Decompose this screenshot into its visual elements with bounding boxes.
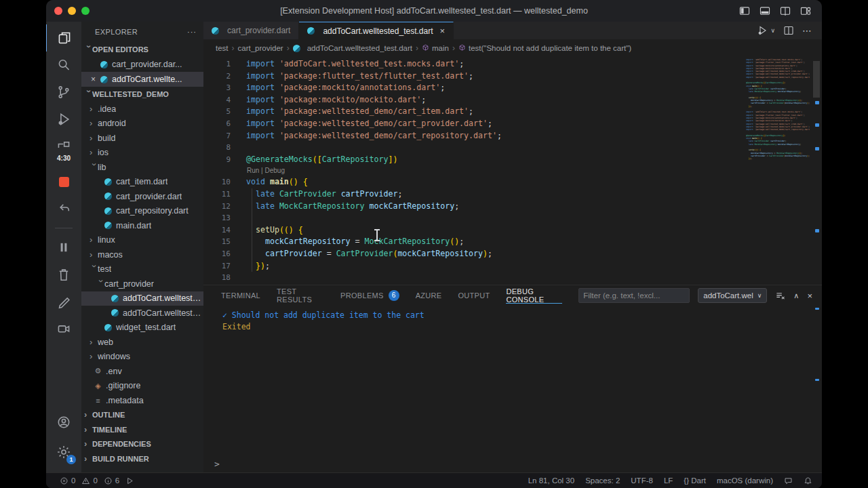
maximize-panel-icon[interactable]: ∧ <box>793 291 799 300</box>
close-panel-icon[interactable]: × <box>807 291 812 301</box>
section-build-runner[interactable]: ›BUILD RUNNER <box>81 451 203 466</box>
code-line[interactable]: 2import 'package:flutter_test/flutter_te… <box>203 70 822 83</box>
status-spaces-2[interactable]: Spaces: 2 <box>585 476 620 485</box>
code-line[interactable]: 8 <box>203 142 822 154</box>
breadcrumb-item[interactable]: cart_provider <box>238 44 283 52</box>
more-actions-icon[interactable]: ⋯ <box>802 25 812 36</box>
feedback-icon[interactable] <box>784 476 793 485</box>
code-line[interactable]: 5import 'package:welltested_demo/cart_it… <box>203 106 822 118</box>
tree-item-android[interactable]: ›android <box>81 117 203 131</box>
code-line[interactable]: cartProvider = CartProvider(mockCartRepo… <box>745 102 810 104</box>
open-editor-item[interactable]: cart_provider.dar... <box>81 57 203 72</box>
status-utf-8[interactable]: UTF-8 <box>631 476 653 485</box>
tree-item-cart-repository-dart[interactable]: cart_repository.dart <box>81 204 203 219</box>
status-infos[interactable]: 6 <box>104 476 119 485</box>
code-line[interactable]: 6import 'package:welltested_demo/cart_pr… <box>203 118 822 130</box>
tree-item-addtocart-wellteste-[interactable]: addToCart.wellteste... <box>81 291 203 306</box>
activity-search[interactable] <box>46 52 81 79</box>
section-dependencies[interactable]: ›DEPENDENCIES <box>81 437 203 452</box>
code-line[interactable]: cartProvider = CartProvider(mockCartRepo… <box>745 155 810 157</box>
code-line[interactable]: 12 late MockCartRepository mockCartRepos… <box>203 201 822 213</box>
tree-item-build[interactable]: ›build <box>81 131 203 146</box>
close-icon[interactable]: × <box>91 75 100 84</box>
code-line[interactable]: 17 }); <box>203 260 822 272</box>
panel-tab-debug-console[interactable]: DEBUG CONSOLE <box>506 285 562 306</box>
panel-tab-azure[interactable]: AZURE <box>416 285 442 306</box>
activity-undo[interactable] <box>46 195 81 222</box>
activity-camera[interactable] <box>46 315 81 342</box>
close-icon[interactable]: × <box>439 26 445 36</box>
open-editors-header[interactable]: › OPEN EDITORS <box>81 42 203 57</box>
tree-item-cart-provider[interactable]: ›cart_provider <box>81 277 203 291</box>
section-outline[interactable]: ›OUTLINE <box>81 408 203 423</box>
code-line[interactable]: import 'package:welltested_demo/cart_rep… <box>745 76 810 79</box>
status-ln-81-col-30[interactable]: Ln 81, Col 30 <box>528 476 574 485</box>
tree-item-cart-provider-dart[interactable]: cart_provider.dart <box>81 189 203 204</box>
status--dart[interactable]: {} Dart <box>684 476 706 485</box>
panel-tab-output[interactable]: OUTPUT <box>458 285 490 306</box>
project-header[interactable]: › WELLTESTED_DEMO <box>81 87 203 102</box>
code-line[interactable]: 3import 'package:mockito/annotations.dar… <box>203 82 822 94</box>
customize-layout-icon[interactable] <box>800 6 811 16</box>
minimap[interactable]: import 'addToCart.welltested_test.mocks.… <box>745 58 810 174</box>
minimize-button[interactable] <box>68 7 76 15</box>
toggle-sidebar-icon[interactable] <box>739 6 750 16</box>
breadcrumb-item[interactable]: main <box>422 44 449 53</box>
toggle-panel-icon[interactable] <box>760 6 770 16</box>
tree-item-widget-test-dart[interactable]: widget_test.dart <box>81 321 203 336</box>
activity-edit[interactable] <box>46 288 81 315</box>
status-macos-darwin-[interactable]: macOS (darwin) <box>717 476 773 485</box>
tab-addtocart-welltested-test-dart[interactable]: addToCart.welltested_test.dart× <box>299 22 454 39</box>
activity-trash[interactable] <box>46 261 81 288</box>
code-line[interactable]: 4import 'package:mockito/mockito.dart'; <box>203 94 822 106</box>
split-editor-icon[interactable] <box>780 6 791 16</box>
code-line[interactable]: 16 cartProvider = CartProvider(mockCartR… <box>203 248 822 260</box>
panel-tab-terminal[interactable]: TERMINAL <box>221 285 260 306</box>
chevron-down-icon[interactable]: ∨ <box>770 27 775 34</box>
status-errors[interactable]: 0 <box>60 476 75 485</box>
code-editor[interactable]: 1import 'addToCart.welltested_test.mocks… <box>203 57 822 285</box>
section-timeline[interactable]: ›TIMELINE <box>81 422 203 437</box>
code-line[interactable] <box>745 160 810 163</box>
tab-cart-provider-dart[interactable]: cart_provider.dart <box>203 22 299 39</box>
notifications-bell-icon[interactable] <box>804 476 812 485</box>
breadcrumb-item[interactable]: test <box>216 44 229 52</box>
clear-console-icon[interactable] <box>775 291 785 301</box>
tree-item-main-dart[interactable]: main.dart <box>81 218 203 233</box>
code-line[interactable]: 13 <box>203 212 822 224</box>
panel-tab-problems[interactable]: PROBLEMS6 <box>340 285 399 306</box>
debug-repl-input[interactable]: > <box>203 455 822 472</box>
tree-item--gitignore[interactable]: ◈.gitignore <box>81 379 203 394</box>
code-line[interactable]: 11 late CartProvider cartProvider; <box>203 188 822 201</box>
activity-source-control[interactable] <box>46 79 81 106</box>
status-debug-status[interactable] <box>125 476 134 485</box>
code-line[interactable]: 1import 'addToCart.welltested_test.mocks… <box>203 58 822 70</box>
tree-item--idea[interactable]: ›.idea <box>81 102 203 117</box>
code-line[interactable]: late MockCartRepository mockCartReposito… <box>745 90 810 93</box>
tree-item--env[interactable]: ⚙.env <box>81 364 203 379</box>
codelens-run-debug[interactable]: Run | Debug <box>247 165 822 176</box>
tree-item-test[interactable]: ›test <box>81 262 203 277</box>
activity-settings[interactable]: 1 <box>46 437 81 467</box>
activity-account[interactable] <box>46 407 81 437</box>
explorer-more-actions[interactable]: ··· <box>187 28 197 36</box>
code-line[interactable]: late MockCartRepository mockCartReposito… <box>745 143 810 146</box>
activity-recorder-window[interactable]: 4:30 <box>46 133 81 168</box>
tree-item-linux[interactable]: ›linux <box>81 233 203 248</box>
console-filter-input[interactable] <box>578 288 690 303</box>
status-lf[interactable]: LF <box>664 476 673 485</box>
code-line[interactable]: 9@GenerateMocks([CartRepository]) <box>203 154 822 166</box>
code-line[interactable]: 14 setUp(() { <box>203 224 822 237</box>
code-line[interactable]: 18 <box>203 272 822 284</box>
tree-item-cart-item-dart[interactable]: cart_item.dart <box>81 175 203 190</box>
breadcrumb-item[interactable]: addToCart.welltested_test.dart <box>293 44 412 52</box>
tree-item-ios[interactable]: ›ios <box>81 146 203 161</box>
code-line[interactable]: 10void main() { <box>203 176 822 188</box>
tree-item-addtocart-wellteste-[interactable]: addToCart.wellteste... <box>81 306 203 321</box>
tree-item-windows[interactable]: ›windows <box>81 350 203 365</box>
tree-item-web[interactable]: ›web <box>81 335 203 350</box>
activity-run-and-debug[interactable] <box>46 106 81 133</box>
status-warnings[interactable]: 0 <box>81 476 97 485</box>
activity-pause[interactable] <box>46 234 81 261</box>
tree-item-macos[interactable]: ›macos <box>81 247 203 262</box>
